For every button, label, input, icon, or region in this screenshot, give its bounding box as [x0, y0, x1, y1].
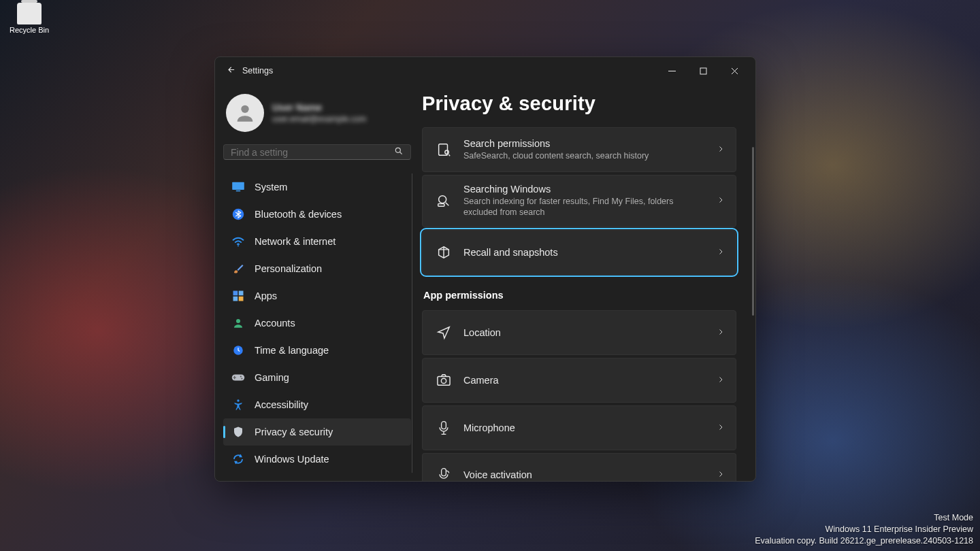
svg-rect-25 — [442, 469, 446, 476]
profile-block[interactable]: User Name user.email@example.com — [223, 91, 411, 137]
svg-point-2 — [241, 105, 248, 113]
avatar — [226, 94, 264, 132]
nav: System Bluetooth & devices Network & int… — [223, 173, 411, 473]
card-voice-activation[interactable]: Voice activation — [422, 453, 736, 482]
card-searching-windows[interactable]: Searching WindowsSearch indexing for fas… — [422, 175, 736, 227]
person-icon — [231, 316, 245, 330]
watermark-line2: Windows 11 Enterprise Insider Preview — [755, 524, 973, 535]
svg-point-12 — [236, 319, 240, 323]
chevron-right-icon — [717, 327, 725, 339]
card-title: Location — [463, 327, 704, 338]
card-microphone[interactable]: Microphone — [422, 405, 736, 450]
nav-network[interactable]: Network & internet — [223, 228, 411, 255]
svg-point-23 — [441, 378, 446, 383]
search-page-icon — [436, 142, 451, 157]
nav-label: Gaming — [255, 372, 289, 383]
svg-rect-22 — [438, 376, 450, 385]
svg-point-15 — [240, 375, 242, 377]
voice-icon — [436, 467, 451, 481]
svg-point-7 — [238, 245, 239, 246]
card-title: Search permissions — [463, 138, 704, 149]
window-title: Settings — [242, 66, 273, 76]
section-app-permissions: App permissions — [423, 290, 736, 301]
nav-system[interactable]: System — [223, 173, 411, 201]
svg-point-16 — [241, 378, 242, 379]
svg-rect-21 — [438, 204, 444, 207]
scrollbar[interactable] — [752, 147, 754, 316]
nav-label: Time & language — [255, 345, 329, 356]
recall-icon — [436, 245, 451, 260]
chevron-right-icon — [717, 374, 725, 386]
card-location[interactable]: Location — [422, 310, 736, 355]
microphone-icon — [436, 420, 451, 435]
nav-accessibility[interactable]: Accessibility — [223, 391, 411, 418]
svg-rect-5 — [236, 190, 240, 192]
titlebar: Settings — [215, 57, 755, 84]
nav-label: Network & internet — [255, 236, 336, 247]
nav-personalization[interactable]: Personalization — [223, 255, 411, 282]
chevron-right-icon — [717, 422, 725, 434]
close-button[interactable] — [719, 60, 750, 82]
nav-label: Windows Update — [255, 454, 329, 465]
apps-icon — [231, 289, 245, 303]
search-input-wrap[interactable] — [223, 144, 411, 160]
nav-update[interactable]: Windows Update — [223, 446, 411, 473]
chevron-right-icon — [717, 144, 725, 156]
nav-label: Accounts — [255, 318, 295, 329]
nav-gaming[interactable]: Gaming — [223, 364, 411, 391]
nav-accounts[interactable]: Accounts — [223, 310, 411, 337]
card-search-permissions[interactable]: Search permissionsSafeSearch, cloud cont… — [422, 127, 736, 172]
svg-point-3 — [395, 148, 400, 152]
minimize-button[interactable] — [656, 60, 687, 82]
svg-rect-24 — [442, 421, 446, 429]
watermark-line3: Evaluation copy. Build 26212.ge_prerelea… — [755, 535, 973, 547]
search-input[interactable] — [231, 147, 394, 158]
nav-apps[interactable]: Apps — [223, 282, 411, 310]
nav-time[interactable]: Time & language — [223, 337, 411, 364]
clock-icon — [231, 344, 245, 357]
svg-rect-0 — [668, 71, 676, 71]
settings-window: Settings User Name user.email@example.co… — [214, 56, 756, 482]
display-icon — [231, 180, 245, 194]
back-button[interactable] — [220, 65, 240, 77]
svg-rect-4 — [232, 182, 244, 190]
svg-rect-11 — [239, 297, 244, 301]
content: Privacy & security Search permissionsSaf… — [419, 84, 755, 481]
sidebar: User Name user.email@example.com System … — [215, 84, 419, 481]
card-title: Searching Windows — [463, 184, 704, 195]
profile-name: User Name — [272, 102, 366, 113]
recycle-bin-label: Recycle Bin — [5, 26, 53, 34]
profile-email: user.email@example.com — [272, 114, 366, 124]
card-camera[interactable]: Camera — [422, 358, 736, 403]
svg-point-20 — [439, 196, 446, 203]
watermark-line1: Test Mode — [755, 512, 973, 524]
nav-bluetooth[interactable]: Bluetooth & devices — [223, 201, 411, 228]
nav-label: Apps — [255, 290, 277, 301]
nav-privacy[interactable]: Privacy & security — [223, 418, 411, 446]
chevron-right-icon — [717, 246, 725, 258]
search-icon — [394, 146, 404, 158]
svg-rect-9 — [239, 291, 244, 296]
card-subtitle: SafeSearch, cloud content search, search… — [463, 150, 704, 161]
card-title: Microphone — [463, 422, 704, 433]
nav-label: Bluetooth & devices — [255, 209, 342, 220]
card-title: Voice activation — [463, 469, 704, 480]
card-recall-snapshots[interactable]: Recall and snapshots — [422, 230, 736, 275]
recycle-bin[interactable]: Recycle Bin — [5, 0, 53, 34]
svg-point-19 — [445, 150, 449, 154]
maximize-button[interactable] — [687, 60, 719, 82]
page-title: Privacy & security — [422, 93, 739, 115]
nav-label: System — [255, 182, 287, 193]
location-icon — [436, 325, 451, 340]
svg-point-17 — [237, 399, 239, 401]
brush-icon — [231, 262, 245, 276]
wifi-icon — [231, 235, 245, 248]
nav-label: Privacy & security — [255, 427, 333, 437]
search-index-icon — [436, 193, 451, 208]
svg-rect-10 — [233, 297, 238, 301]
svg-rect-1 — [700, 68, 706, 74]
card-subtitle: Search indexing for faster results, Find… — [463, 196, 704, 218]
chevron-right-icon — [717, 469, 725, 481]
chevron-right-icon — [717, 195, 725, 207]
nav-label: Personalization — [255, 263, 322, 274]
